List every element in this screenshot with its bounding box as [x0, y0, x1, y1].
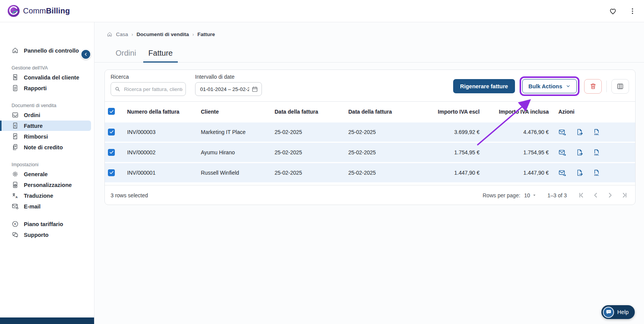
next-page-button[interactable]	[606, 191, 614, 199]
breadcrumb-sales-documents[interactable]: Documenti di vendita	[137, 31, 189, 37]
sidebar-item-reports[interactable]: Rapporti	[0, 83, 94, 93]
support-icon	[12, 231, 19, 238]
sidebar-item-refunds[interactable]: Rimborsi	[0, 131, 94, 142]
column-header-client[interactable]: Cliente	[201, 109, 275, 115]
sidebar-item-invoices[interactable]: € Fatture	[0, 121, 91, 131]
row-checkbox[interactable]	[108, 149, 115, 156]
favorites-button[interactable]	[608, 6, 618, 16]
sidebar-item-support[interactable]: Supporto	[0, 230, 94, 240]
tab-invoices[interactable]: Fatture	[143, 46, 177, 62]
download-xml-icon[interactable]: XML	[593, 149, 601, 157]
breadcrumb-current: Fatture	[197, 31, 215, 37]
svg-text:A: A	[15, 195, 18, 199]
sidebar-item-credit-notes[interactable]: Note di credito	[0, 142, 94, 152]
home-icon	[12, 47, 19, 54]
amount-incl-vat: 4.476,90 €	[487, 129, 556, 135]
delete-selected-button[interactable]	[584, 79, 602, 94]
email-settings-icon	[12, 203, 19, 210]
invoice-date: 25-02-2025	[275, 129, 348, 135]
search-input[interactable]	[111, 82, 186, 96]
send-email-icon[interactable]	[558, 149, 566, 157]
column-header-invoice-number[interactable]: Numero della fattura	[127, 109, 201, 115]
columns-icon	[616, 83, 624, 90]
invoice-number: INV/000002	[127, 149, 201, 155]
pagination-range: 1–3 of 3	[547, 192, 567, 198]
amount-incl-vat: 1.447,90 €	[487, 170, 556, 176]
top-bar: CommBilling	[0, 0, 644, 22]
toolbar-divider	[606, 81, 607, 92]
svg-text:XML: XML	[594, 173, 599, 176]
last-page-button[interactable]	[620, 191, 628, 199]
table-row[interactable]: INV/000003 Marketing IT Place 25-02-2025…	[105, 122, 635, 142]
column-header-due-date[interactable]: Data della fattura	[348, 109, 422, 115]
download-xml-icon[interactable]: XML	[593, 128, 601, 136]
more-options-button[interactable]	[628, 7, 637, 16]
sidebar-item-dashboard[interactable]: Pannello di controllo	[0, 45, 94, 56]
sidebar-item-translation[interactable]: A Traduzione	[0, 190, 94, 201]
table-row[interactable]: INV/000001 Russell Winfield 25-02-2025 2…	[105, 163, 635, 182]
amount-excl-vat: 1.754,95 €	[422, 149, 487, 155]
table-header: Numero della fattura Cliente Data della …	[105, 101, 635, 121]
date-range-value: 01-01-2024 – 25-02-2025	[200, 86, 249, 92]
send-email-icon[interactable]	[558, 169, 566, 177]
help-button[interactable]: Help	[601, 305, 635, 319]
chevron-down-icon	[566, 84, 571, 89]
sidebar-section-settings: Impostazioni	[0, 160, 94, 169]
refunds-icon	[12, 133, 19, 140]
bulk-actions-button[interactable]: Bulk Actions	[522, 79, 577, 93]
sidebar-item-orders[interactable]: Ordini	[0, 110, 94, 120]
breadcrumb-home[interactable]: Casa	[116, 31, 128, 37]
sidebar-item-customer-validation[interactable]: Convalida del cliente	[0, 72, 94, 83]
client-name: Ayumu Hirano	[201, 149, 275, 155]
tab-bar: Ordini Fatture	[94, 46, 644, 63]
select-all-checkbox[interactable]	[108, 108, 115, 115]
column-header-actions: Azioni	[556, 109, 635, 115]
row-checkbox[interactable]	[108, 169, 115, 176]
invoice-date: 25-02-2025	[275, 149, 348, 155]
regenerate-invoices-button[interactable]: Rigenerare fatture	[453, 79, 515, 93]
amount-excl-vat: 1.447,90 €	[422, 170, 487, 176]
sidebar-item-customization[interactable]: Personalizzazione	[0, 180, 94, 190]
breadcrumb-separator: ›	[192, 32, 194, 37]
sidebar-item-pricing-plan[interactable]: € Piano tariffario	[0, 219, 94, 229]
search-icon	[114, 86, 121, 92]
tab-orders[interactable]: Ordini	[111, 46, 141, 62]
chevron-right-icon	[606, 192, 614, 199]
sidebar-footer-strip	[0, 317, 94, 324]
send-email-icon[interactable]	[558, 128, 566, 136]
table-row[interactable]: INV/000002 Ayumu Hirano 25-02-2025 25-02…	[105, 143, 635, 162]
search-label: Ricerca	[111, 74, 186, 80]
due-date: 25-02-2025	[348, 170, 422, 176]
previous-page-button[interactable]	[592, 191, 600, 199]
export-file-icon[interactable]	[576, 149, 583, 156]
sidebar-item-general[interactable]: Generale	[0, 169, 94, 179]
app-logo[interactable]: CommBilling	[8, 5, 70, 17]
brand-name: CommBilling	[23, 7, 70, 15]
trash-icon	[589, 83, 597, 90]
date-range-input[interactable]: 01-01-2024 – 25-02-2025	[195, 82, 262, 96]
sidebar: Pannello di controllo Gestione dell'IVA …	[0, 22, 94, 324]
invoices-icon: €	[12, 122, 19, 129]
invoices-panel: Ricerca Intervallo di date 01-01-2024 – …	[104, 69, 636, 205]
export-file-icon[interactable]	[576, 128, 583, 136]
column-settings-button[interactable]	[611, 79, 629, 94]
sidebar-item-email[interactable]: E-mail	[0, 201, 94, 212]
amount-incl-vat: 1.754,95 €	[487, 149, 556, 155]
client-name: Russell Winfield	[201, 170, 275, 176]
home-breadcrumb-icon[interactable]	[107, 31, 113, 37]
sidebar-nav: Pannello di controllo Gestione dell'IVA …	[0, 36, 94, 240]
date-range-label: Intervallo di date	[195, 74, 262, 80]
svg-text:XML: XML	[594, 132, 599, 135]
sidebar-collapse-button[interactable]	[81, 49, 91, 60]
download-xml-icon[interactable]: XML	[593, 169, 601, 177]
column-header-invoice-date[interactable]: Data della fattura	[275, 109, 348, 115]
export-file-icon[interactable]	[576, 169, 583, 177]
kebab-menu-icon	[629, 7, 636, 15]
bulk-actions-highlight: Bulk Actions	[520, 76, 579, 96]
pricing-icon: €	[12, 220, 19, 228]
row-checkbox[interactable]	[108, 129, 115, 136]
first-page-button[interactable]	[578, 191, 586, 199]
column-header-amount-incl[interactable]: Importo IVA inclusa	[487, 109, 556, 115]
rows-per-page-select[interactable]: 10	[524, 192, 537, 198]
column-header-amount-excl[interactable]: Importo IVA escl	[422, 109, 487, 115]
